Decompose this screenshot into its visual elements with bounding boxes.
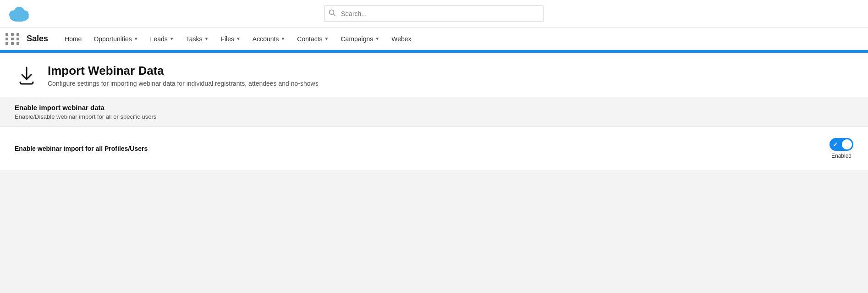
page-header: Import Webinar Data Configure settings f… xyxy=(0,53,868,97)
dot xyxy=(11,33,14,36)
nav-bar: Sales Home Opportunities ▼ Leads ▼ Tasks… xyxy=(0,28,868,51)
nav-item-contacts[interactable]: Contacts ▼ xyxy=(291,33,334,45)
page-subtitle: Configure settings for importing webinar… xyxy=(48,80,319,87)
section-subtitle: Enable/Disable webinar import for all or… xyxy=(15,113,853,120)
chevron-down-icon: ▼ xyxy=(204,36,209,41)
toggle-state-label: Enabled xyxy=(831,153,852,159)
nav-item-accounts[interactable]: Accounts ▼ xyxy=(247,33,291,45)
chevron-down-icon: ▼ xyxy=(324,36,329,41)
page-title: Import Webinar Data xyxy=(48,64,319,78)
chevron-down-icon: ▼ xyxy=(170,36,174,41)
chevron-down-icon: ▼ xyxy=(375,36,379,41)
page-header-text: Import Webinar Data Configure settings f… xyxy=(48,64,319,87)
nav-label-leads: Leads xyxy=(150,35,168,43)
dot xyxy=(16,38,19,40)
nav-item-opportunities[interactable]: Opportunities ▼ xyxy=(88,33,143,45)
dot xyxy=(11,42,14,45)
nav-item-webex[interactable]: Webex xyxy=(386,33,417,45)
svg-line-7 xyxy=(334,14,335,16)
search-input[interactable] xyxy=(324,6,544,22)
chevron-down-icon: ▼ xyxy=(280,36,285,41)
nav-label-campaigns: Campaigns xyxy=(341,35,373,43)
dot xyxy=(11,38,14,40)
toggle-thumb xyxy=(842,139,852,149)
nav-label-tasks: Tasks xyxy=(186,35,203,43)
toggle-track: ✓ xyxy=(830,138,853,151)
chevron-down-icon: ▼ xyxy=(134,36,138,41)
nav-items: Home Opportunities ▼ Leads ▼ Tasks ▼ Fil… xyxy=(59,33,417,45)
setting-label: Enable webinar import for all Profiles/U… xyxy=(15,145,148,152)
app-name: Sales xyxy=(27,34,48,44)
check-icon: ✓ xyxy=(833,141,838,148)
salesforce-logo xyxy=(7,6,31,22)
nav-label-contacts: Contacts xyxy=(297,35,322,43)
section-header: Enable import webinar data Enable/Disabl… xyxy=(0,97,868,127)
nav-item-leads[interactable]: Leads ▼ xyxy=(145,33,180,45)
enable-import-toggle[interactable]: ✓ xyxy=(830,138,853,151)
chevron-down-icon: ▼ xyxy=(236,36,241,41)
content-area: Import Webinar Data Configure settings f… xyxy=(0,51,868,170)
nav-item-files[interactable]: Files ▼ xyxy=(215,33,246,45)
import-icon xyxy=(15,64,38,88)
nav-item-campaigns[interactable]: Campaigns ▼ xyxy=(335,33,385,45)
nav-label-webex: Webex xyxy=(391,35,411,43)
search-container xyxy=(324,6,544,22)
section-title: Enable import webinar data xyxy=(15,104,853,111)
nav-item-tasks[interactable]: Tasks ▼ xyxy=(181,33,214,45)
top-bar xyxy=(0,0,868,28)
nav-label-files: Files xyxy=(220,35,234,43)
nav-item-home[interactable]: Home xyxy=(59,33,87,45)
dot xyxy=(5,33,8,36)
dot xyxy=(16,33,19,36)
app-launcher-button[interactable] xyxy=(5,33,20,45)
dot xyxy=(5,42,8,45)
nav-label-home: Home xyxy=(65,35,82,43)
nav-label-accounts: Accounts xyxy=(253,35,279,43)
nav-label-opportunities: Opportunities xyxy=(93,35,132,43)
dot xyxy=(5,38,8,40)
settings-row: Enable webinar import for all Profiles/U… xyxy=(0,127,868,170)
svg-point-5 xyxy=(10,12,29,22)
dot xyxy=(16,42,19,45)
toggle-container: ✓ Enabled xyxy=(830,138,853,159)
search-icon xyxy=(329,9,336,18)
